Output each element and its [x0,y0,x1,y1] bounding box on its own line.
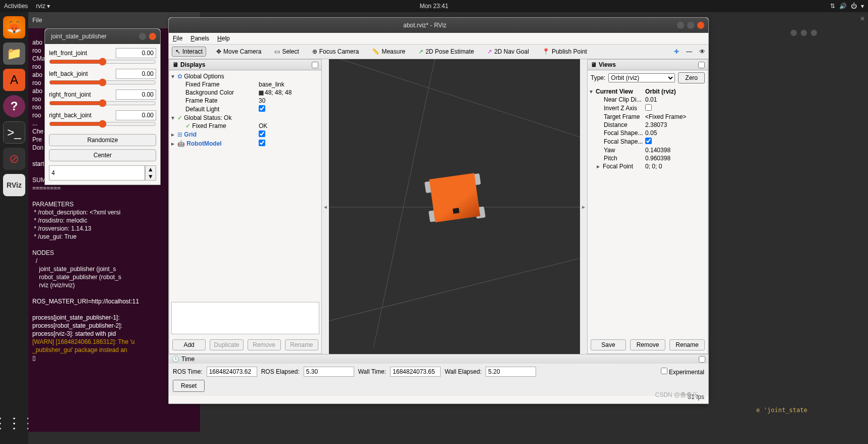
tool-2d-pose-estimate[interactable]: ↗2D Pose Estimate [415,47,477,56]
focal-shape-checkbox[interactable] [645,138,652,144]
terminal-menu-file[interactable]: File [32,17,42,24]
displays-panel-header[interactable]: 🖥 Displays [169,60,321,70]
tool-interact[interactable]: ↖Interact [172,47,206,57]
displays-panel-toggle[interactable] [312,62,318,68]
panel-collapse-right[interactable]: ▸ [580,59,587,354]
wall-elapsed-label: Wall Elapsed: [445,368,481,375]
network-icon[interactable]: ⇅ [830,3,835,10]
joint-slider[interactable] [49,58,156,65]
sound-icon[interactable]: 🔊 [839,3,847,10]
dropdown-icon[interactable]: ▾ [861,3,864,10]
select-icon: ▭ [274,48,280,55]
close-icon[interactable]: ✕ [860,15,865,22]
joint-slider[interactable] [49,100,156,107]
experimental-checkbox-label[interactable]: Experimental [661,368,704,376]
toolbar-plus-icon[interactable]: ✚ [674,48,679,55]
dock-help-icon[interactable]: ? [3,95,25,117]
tool-measure[interactable]: 📏Measure [369,47,408,56]
dock-terminal-icon[interactable]: >_ [3,121,25,144]
dock-software-icon[interactable]: A [3,69,25,91]
wall-elapsed-field[interactable] [486,367,536,377]
zero-button[interactable]: Zero [678,72,705,83]
time-panel: 🕒 Time ROS Time: ROS Elapsed: Wall Time:… [169,354,708,396]
close-icon[interactable] [149,33,156,40]
tree-expand-icon[interactable]: ▸ [171,140,177,147]
views-tree[interactable]: ▾Current ViewOrbit (rviz) Near Clip Di..… [588,85,708,336]
rviz-titlebar[interactable]: abot.rviz* - RViz [169,18,708,33]
ros-time-field[interactable] [207,367,257,377]
dock-show-apps-icon[interactable]: ⋮⋮⋮ [3,412,25,434]
reset-button[interactable]: Reset [173,380,205,392]
invert-z-checkbox[interactable] [645,104,652,111]
spin-down-icon[interactable]: ▼ [148,173,154,180]
dock-files-icon[interactable]: 📁 [3,42,25,65]
spin-up-icon[interactable]: ▲ [148,166,154,173]
minimize-icon[interactable] [677,22,684,29]
center-button[interactable]: Center [49,149,156,161]
menu-help[interactable]: Help [217,35,230,42]
tool-publish-point[interactable]: 📍Publish Point [539,47,590,56]
toolbar-eye-icon[interactable]: 👁 [699,48,705,55]
tool-focus-camera[interactable]: ⊕Focus Camera [309,47,362,56]
ros-elapsed-field[interactable] [304,367,354,377]
menu-file[interactable]: File [173,35,182,42]
joint-value-input[interactable] [116,48,156,58]
tree-expand-icon[interactable]: ▸ [171,131,177,138]
view-remove-button[interactable]: Remove [630,339,665,350]
grid-checkbox[interactable] [259,130,265,137]
tree-expand-icon[interactable]: ▸ [597,163,603,170]
type-label: Type: [591,74,605,81]
tool-2d-nav-goal[interactable]: ↗2D Nav Goal [484,47,532,56]
views-panel-toggle[interactable] [698,62,705,68]
bg-maximize-icon[interactable] [800,29,807,36]
3d-viewport[interactable] [329,59,580,354]
app-menu[interactable]: rviz ▾ [36,3,50,10]
menu-panels[interactable]: Panels [190,35,209,42]
wall-time-field[interactable] [390,367,441,377]
joint-slider[interactable] [49,120,156,127]
panel-collapse-left[interactable]: ◂ [322,59,329,354]
displays-tree[interactable]: ▾✿ Global Options Fixed Framebase_link B… [169,70,321,302]
tool-move-camera[interactable]: ✥Move Camera [213,47,264,56]
default-light-checkbox[interactable] [259,105,265,112]
clock[interactable]: Mon 23:41 [420,3,449,10]
tool-select[interactable]: ▭Select [271,47,302,56]
view-type-select[interactable]: Orbit (rviz) [608,73,675,82]
arrow-green-icon: ↗ [418,48,423,55]
activities-button[interactable]: Activities [4,3,28,10]
move-icon: ✥ [216,48,221,55]
dock-error-icon[interactable]: ⊘ [3,148,25,170]
robotmodel-checkbox[interactable] [259,140,265,146]
rviz-title: abot.rviz* - RViz [173,22,677,29]
joint-value-input[interactable] [116,90,156,100]
maximize-icon[interactable] [687,22,694,29]
view-rename-button[interactable]: Rename [669,339,705,350]
dock-rviz-icon[interactable]: RViz [3,174,25,196]
joint-slider[interactable] [49,79,156,86]
view-save-button[interactable]: Save [591,339,626,350]
time-panel-header[interactable]: 🕒 Time [169,354,708,364]
tree-collapse-icon[interactable]: ▾ [171,73,177,80]
jsp-spinbox[interactable] [49,165,145,181]
power-icon[interactable]: ⏻ [851,3,857,10]
joint-value-input[interactable] [116,110,156,120]
wall-time-label: Wall Time: [358,368,387,375]
bg-close-icon[interactable] [810,29,817,36]
time-panel-toggle[interactable] [699,356,705,363]
joint-label: left_back_joint [49,70,88,77]
views-panel-header[interactable]: 🖥 Views [588,60,708,70]
close-icon[interactable] [697,22,704,29]
cursor-icon: ↖ [175,48,180,55]
toolbar-minus-icon[interactable]: — [686,48,692,55]
minimize-icon[interactable] [139,33,146,40]
joint-value-input[interactable] [116,69,156,79]
randomize-button[interactable]: Randomize [49,134,156,146]
experimental-checkbox[interactable] [661,368,667,374]
jsp-titlebar[interactable]: joint_state_publisher [45,29,160,44]
dock-firefox-icon[interactable]: 🦊 [3,16,25,38]
tree-collapse-icon[interactable]: ▾ [171,114,177,121]
bg-minimize-icon[interactable] [790,29,797,36]
check-ok-icon: ✓ [185,122,190,129]
add-button[interactable]: Add [172,339,206,350]
tree-collapse-icon[interactable]: ▾ [590,88,596,95]
